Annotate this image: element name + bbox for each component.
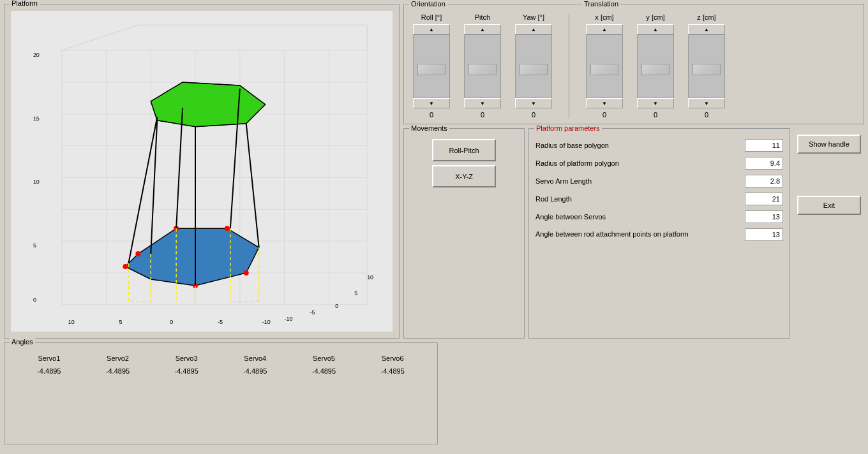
yaw-track[interactable]: [515, 34, 552, 98]
roll-down-btn[interactable]: ▼: [413, 98, 450, 108]
translation-title: Translation: [582, 0, 620, 8]
y-slider-col: y [cm] ▲ ▼ 0: [633, 13, 678, 119]
y-up-btn[interactable]: ▲: [637, 24, 674, 34]
roll-up-btn[interactable]: ▲: [413, 24, 450, 34]
x-label-0: 0: [170, 319, 173, 325]
z-label-10: 10: [33, 179, 40, 185]
yaw-slider-col: Yaw [°] ▲ ▼ 0: [511, 13, 556, 119]
params-grid: Radius of base polygon Radius of platfor…: [535, 139, 783, 241]
z-label-0: 0: [33, 297, 36, 303]
platform-title: Platform: [10, 0, 40, 7]
x-up-btn[interactable]: ▲: [586, 24, 623, 34]
param-input-1[interactable]: [745, 157, 783, 170]
movements-panel: Movements Roll-Pitch X-Y-Z: [403, 128, 525, 339]
y-thumb: [641, 64, 670, 75]
y-label--5: -5: [310, 309, 315, 316]
base-attach-3: [244, 270, 249, 275]
x-label--5: -5: [218, 319, 223, 325]
pitch-track[interactable]: [464, 34, 501, 98]
show-handle-button[interactable]: Show handle: [797, 135, 861, 154]
angles-panel: Angles Servo1 Servo2 Servo3 Servo4 Servo…: [4, 342, 438, 444]
servo5-header: Servo5: [290, 352, 359, 365]
base-attach-1: [135, 251, 140, 256]
roll-label: Roll [°]: [421, 13, 442, 21]
y-value: 0: [654, 111, 657, 119]
yaw-thumb: [520, 64, 548, 75]
y-slider-container: ▲ ▼: [636, 24, 675, 108]
servo2-value: -4.4895: [84, 365, 153, 377]
exit-button[interactable]: Exit: [797, 196, 861, 215]
yaw-slider-container: ▲ ▼: [514, 24, 553, 108]
x-label-5: 5: [119, 319, 122, 325]
pitch-slider-col: Pitch ▲ ▼ 0: [460, 13, 505, 119]
y-track[interactable]: [637, 34, 674, 98]
servo3-header: Servo3: [152, 352, 221, 365]
orientation-sliders: Roll [°] ▲ ▼ 0 Pitch: [409, 13, 556, 119]
pitch-up-btn[interactable]: ▲: [464, 24, 501, 34]
y-label--10: -10: [285, 316, 293, 322]
angles-value-row: -4.4895 -4.4895 -4.4895 -4.4895 -4.4895 …: [15, 365, 427, 377]
base-attach-6: [225, 226, 230, 231]
roll-value: 0: [430, 111, 433, 119]
param-input-0[interactable]: [745, 139, 783, 152]
param-label-4: Angle between Servos: [535, 213, 737, 221]
right-buttons-panel: Show handle Exit: [794, 128, 864, 339]
servo6-header: Servo6: [358, 352, 427, 365]
servo2-header: Servo2: [84, 352, 153, 365]
z-label-15: 15: [33, 115, 40, 122]
base-attach-5: [123, 264, 128, 269]
param-label-2: Servo Arm Length: [535, 177, 737, 185]
x-down-btn[interactable]: ▼: [586, 98, 623, 108]
3d-plot-svg: 20 15 10 5 0 10 5 0 -5 -10 -10 -5 0 5 10: [11, 11, 393, 332]
servo1-value: -4.4895: [15, 365, 84, 377]
param-label-3: Rod Length: [535, 195, 737, 203]
param-input-5[interactable]: [745, 228, 783, 241]
x-value: 0: [602, 111, 606, 119]
orientation-title: Orientation: [409, 0, 447, 8]
yaw-down-btn[interactable]: ▼: [515, 98, 552, 108]
plot-area: 20 15 10 5 0 10 5 0 -5 -10 -10 -5 0 5 10: [11, 11, 393, 332]
x-label: x [cm]: [595, 13, 613, 21]
platform-panel: Platform: [4, 4, 400, 339]
servo6-value: -4.4895: [358, 365, 427, 377]
servo4-value: -4.4895: [221, 365, 290, 377]
pitch-thumb: [468, 64, 497, 75]
servo1-header: Servo1: [15, 352, 84, 365]
z-label-5: 5: [33, 242, 36, 249]
param-input-3[interactable]: [745, 193, 783, 205]
pitch-value: 0: [481, 111, 484, 119]
param-input-4[interactable]: [745, 210, 783, 223]
yaw-label: Yaw [°]: [523, 13, 544, 21]
bottom-row: Angles Servo1 Servo2 Servo3 Servo4 Servo…: [4, 342, 864, 444]
roll-pitch-btn[interactable]: Roll-Pitch: [432, 139, 496, 161]
y-label-5: 5: [354, 290, 357, 297]
pitch-down-btn[interactable]: ▼: [464, 98, 501, 108]
middle-section: Movements Roll-Pitch X-Y-Z Platform para…: [403, 128, 864, 339]
param-label-5: Angle between rod attachment points on p…: [535, 230, 737, 238]
x-slider-col: x [cm] ▲ ▼ 0: [582, 13, 627, 119]
platform-params-title: Platform parameters: [534, 124, 602, 132]
z-value: 0: [705, 111, 708, 119]
x-track[interactable]: [586, 34, 623, 98]
roll-track[interactable]: [413, 34, 450, 98]
param-input-2[interactable]: [745, 175, 783, 187]
yaw-up-btn[interactable]: ▲: [515, 24, 552, 34]
right-panels: Orientation Roll [°] ▲ ▼ 0: [403, 4, 864, 339]
z-down-btn[interactable]: ▼: [688, 98, 725, 108]
orientation-group: Orientation Roll [°] ▲ ▼ 0: [409, 13, 569, 119]
y-label-0: 0: [335, 303, 338, 309]
servo3-value: -4.4895: [152, 365, 221, 377]
xyz-btn[interactable]: X-Y-Z: [432, 165, 496, 187]
movements-title: Movements: [409, 124, 449, 132]
z-track[interactable]: [688, 34, 725, 98]
x-slider-container: ▲ ▼: [585, 24, 624, 108]
angles-table: Servo1 Servo2 Servo3 Servo4 Servo5 Servo…: [15, 352, 427, 377]
x-label--10: -10: [262, 319, 271, 325]
y-down-btn[interactable]: ▼: [637, 98, 674, 108]
z-slider-col: z [cm] ▲ ▼ 0: [684, 13, 729, 119]
roll-slider-container: ▲ ▼: [412, 24, 451, 108]
z-label-20: 20: [33, 52, 40, 58]
z-up-btn[interactable]: ▲: [688, 24, 725, 34]
servo5-value: -4.4895: [290, 365, 359, 377]
param-label-0: Radius of base polygon: [535, 142, 737, 149]
